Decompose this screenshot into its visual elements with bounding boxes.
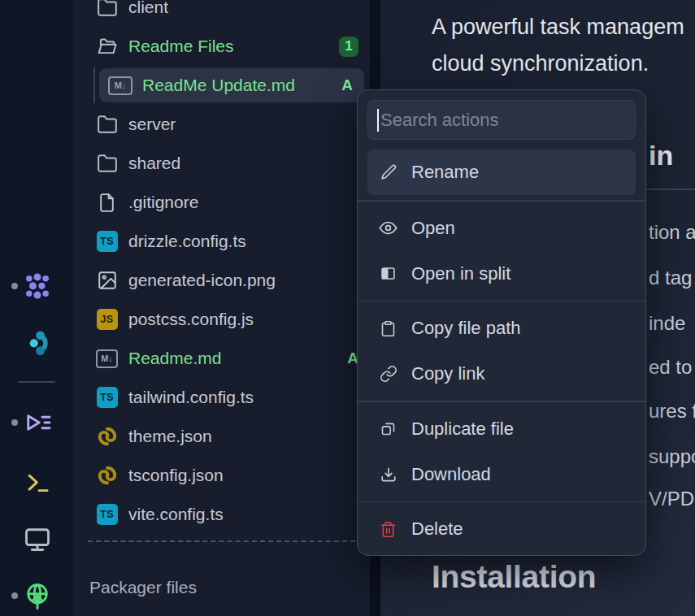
folder-icon	[96, 0, 118, 19]
monitor-icon	[23, 524, 52, 553]
preview-bullet-fragment: suppo	[649, 445, 695, 468]
preview-paragraph-line: cloud synchronization.	[432, 51, 649, 76]
folder-icon	[96, 153, 118, 175]
tree-item-upm[interactable]: .upm	[73, 605, 370, 616]
file-name: server	[128, 115, 176, 134]
pencil-icon	[379, 163, 397, 182]
menu-item-duplicate-file[interactable]: Duplicate file	[367, 406, 636, 452]
menu-item-copy-link[interactable]: Copy link	[367, 351, 636, 397]
clipboard-icon	[379, 319, 397, 338]
file-name: ReadMe Update.md	[142, 76, 295, 95]
tree-item-server[interactable]: server	[73, 105, 370, 144]
networking-tool-button[interactable]	[20, 578, 55, 614]
file-context-menu: Rename Open Open in split Copy file path	[357, 89, 646, 556]
packager-files-section-label: Packager files	[73, 542, 370, 605]
agent-icon	[23, 271, 52, 301]
preview-heading-fragment: in	[649, 140, 673, 171]
agent-tool-button[interactable]	[20, 268, 55, 304]
menu-item-label: Duplicate file	[411, 419, 514, 440]
file-icon	[96, 192, 118, 214]
console-tool-button[interactable]	[20, 405, 55, 440]
duplicate-icon	[379, 419, 397, 438]
preview-bullet-fragment: inde	[649, 312, 685, 335]
menu-item-delete[interactable]: Delete	[367, 506, 636, 552]
menu-item-label: Copy file path	[411, 318, 521, 339]
tree-item-tsconfig-json[interactable]: tsconfig.json	[73, 456, 370, 495]
tree-item-vite-config[interactable]: TS vite.config.ts	[73, 495, 370, 534]
tree-item-drizzle-config[interactable]: TS drizzle.config.ts	[73, 222, 370, 261]
tree-item-client[interactable]: client	[73, 0, 370, 27]
tree-item-theme-json[interactable]: theme.json	[73, 417, 370, 456]
git-status-badge: A	[335, 76, 353, 94]
menu-search-box[interactable]	[367, 100, 636, 140]
download-icon	[379, 465, 397, 484]
tree-item-gitignore[interactable]: .gitignore	[73, 183, 370, 222]
file-name: Readme Files	[128, 37, 234, 56]
search-actions-input[interactable]	[368, 110, 635, 131]
notification-dot	[11, 283, 18, 289]
tree-item-shared[interactable]: shared	[73, 144, 370, 183]
shell-tool-button[interactable]	[20, 464, 55, 500]
tree-item-readme-files[interactable]: Readme Files 1	[73, 27, 370, 66]
file-name: vite.config.ts	[128, 505, 224, 524]
menu-item-download[interactable]: Download	[367, 452, 636, 497]
typescript-icon: TS	[96, 231, 118, 253]
menu-item-label: Open in split	[411, 263, 510, 284]
preview-bullet-fragment: ures f	[649, 400, 695, 423]
menu-item-label: Delete	[411, 518, 463, 540]
menu-item-label: Download	[411, 464, 491, 485]
file-name: client	[128, 0, 168, 17]
markdown-icon: M↓	[96, 348, 118, 370]
trash-icon	[379, 520, 397, 539]
changed-files-count-badge: 1	[339, 37, 358, 57]
installation-heading: Installation	[432, 559, 596, 595]
selected-file-highlight: M↓ ReadMe Update.md A	[99, 68, 364, 102]
preview-bullet-fragment: ed to	[649, 356, 692, 379]
split-icon	[379, 264, 397, 283]
menu-item-open-in-split[interactable]: Open in split	[367, 251, 636, 297]
preview-bullet-fragment: d tag	[649, 267, 692, 289]
link-icon	[379, 365, 397, 384]
tree-item-tailwind-config[interactable]: TS tailwind.config.ts	[73, 378, 370, 417]
folder-open-icon	[96, 36, 118, 58]
notification-dot	[11, 592, 18, 599]
menu-item-rename[interactable]: Rename	[367, 150, 636, 195]
preview-heading-rule	[646, 189, 695, 190]
file-name: .gitignore	[128, 193, 198, 212]
menu-divider	[358, 301, 645, 302]
tree-item-readme-md[interactable]: M↓ Readme.md A	[73, 339, 370, 378]
preview-paragraph-line: A powerful task managem	[432, 15, 684, 40]
image-icon	[96, 270, 118, 292]
menu-item-label: Copy link	[411, 363, 484, 384]
menu-divider	[358, 501, 645, 503]
globe-deploy-icon	[23, 581, 52, 610]
tree-item-readme-update[interactable]: M↓ ReadMe Update.md A	[73, 66, 370, 105]
json-icon	[96, 465, 118, 487]
activity-bar	[0, 0, 73, 616]
json-icon	[96, 426, 118, 448]
javascript-icon: JS	[96, 309, 118, 331]
indent-guide	[93, 67, 95, 103]
file-name: tailwind.config.ts	[128, 388, 254, 407]
file-name: generated-icon.png	[128, 271, 276, 290]
output-tool-button[interactable]	[20, 521, 55, 557]
eye-icon	[379, 219, 397, 237]
notification-dot	[11, 419, 18, 426]
assistant-icon	[24, 329, 51, 357]
file-name: Readme.md	[128, 349, 221, 368]
typescript-icon: TS	[96, 504, 118, 526]
file-name: drizzle.config.ts	[128, 232, 246, 251]
console-icon	[23, 408, 52, 437]
file-name: postcss.config.js	[128, 310, 254, 329]
assistant-tool-button[interactable]	[20, 325, 55, 361]
rail-divider	[18, 381, 55, 383]
menu-item-copy-file-path[interactable]: Copy file path	[367, 306, 636, 351]
typescript-icon: TS	[96, 387, 118, 409]
shell-icon	[24, 468, 51, 496]
menu-item-open[interactable]: Open	[367, 206, 636, 251]
tree-item-postcss-config[interactable]: JS postcss.config.js	[73, 300, 370, 339]
file-tree: client Readme Files 1 M↓ ReadMe Update.m…	[73, 0, 370, 616]
tree-item-generated-icon[interactable]: generated-icon.png	[73, 261, 370, 300]
menu-item-label: Open	[411, 218, 455, 239]
file-tree-panel: client Readme Files 1 M↓ ReadMe Update.m…	[73, 0, 370, 616]
